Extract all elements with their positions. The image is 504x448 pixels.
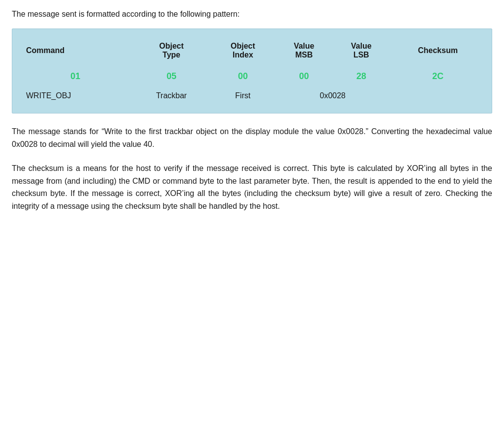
header-command: Command	[18, 37, 133, 66]
header-value-msb: Value MSB	[275, 37, 332, 66]
hex-object-index: 00	[210, 66, 275, 88]
hex-object-type: 05	[133, 66, 210, 88]
hex-checksum: 2C	[390, 66, 486, 88]
intro-text: The message sent is formatted according …	[12, 10, 492, 19]
hex-value-lsb: 28	[332, 66, 389, 88]
label-checksum-empty	[390, 88, 486, 105]
header-checksum: Checksum	[390, 37, 486, 66]
header-object-type: Object Type	[133, 37, 210, 66]
label-object-type: Trackbar	[133, 88, 210, 105]
table-hex-row: 01 05 00 00 28 2C	[18, 66, 486, 88]
description-text: The message stands for “Write to the fir…	[12, 125, 492, 150]
message-table: Command Object Type Object Index Value M…	[18, 37, 486, 105]
hex-value-msb: 00	[275, 66, 332, 88]
header-value-lsb: Value LSB	[332, 37, 389, 66]
label-command: WRITE_OBJ	[18, 88, 133, 105]
checksum-text: The checksum is a means for the host to …	[12, 162, 492, 212]
table-header-row: Command Object Type Object Index Value M…	[18, 37, 486, 66]
table-labels-row: WRITE_OBJ Trackbar First 0x0028	[18, 88, 486, 105]
hex-command: 01	[18, 66, 133, 88]
header-object-index: Object Index	[210, 37, 275, 66]
label-object-index: First	[210, 88, 275, 105]
message-table-container: Command Object Type Object Index Value M…	[12, 28, 492, 113]
label-value-combined: 0x0028	[275, 88, 390, 105]
